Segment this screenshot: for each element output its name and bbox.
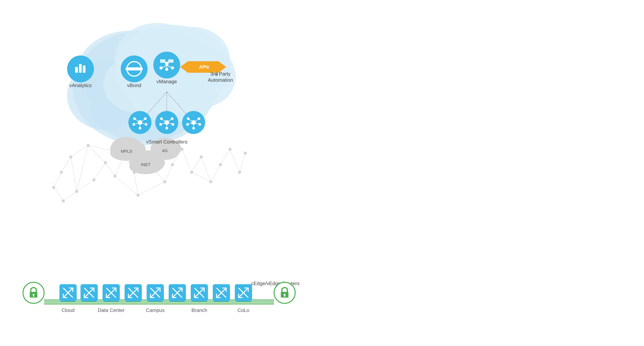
svg-line-58 xyxy=(220,149,230,165)
svg-line-54 xyxy=(182,149,192,172)
svg-line-51 xyxy=(165,165,172,182)
colo-label: CoLo xyxy=(238,307,249,313)
svg-line-46 xyxy=(115,176,138,195)
svg-line-63 xyxy=(54,187,63,201)
svg-rect-159 xyxy=(284,295,285,297)
svg-text:Automation: Automation xyxy=(208,77,233,83)
svg-text:vSmart Controllers: vSmart Controllers xyxy=(146,139,187,145)
svg-line-45 xyxy=(134,172,138,195)
svg-rect-89 xyxy=(83,65,86,73)
svg-line-40 xyxy=(71,157,77,191)
datacenter-label: Data Center xyxy=(98,307,125,313)
svg-line-62 xyxy=(54,172,61,187)
router-4 xyxy=(124,284,142,301)
svg-rect-93 xyxy=(126,67,143,70)
main-diagram: MPLS INET 4G xyxy=(0,0,644,346)
svg-line-55 xyxy=(192,157,201,172)
cloud-label: Cloud xyxy=(62,307,74,313)
svg-text:APIs: APIs xyxy=(199,64,209,69)
architecture-diagram: MPLS INET 4G xyxy=(0,0,644,346)
svg-line-61 xyxy=(61,157,71,172)
svg-point-98 xyxy=(165,68,168,71)
router-2 xyxy=(80,284,98,301)
router-1 xyxy=(60,284,77,301)
svg-rect-104 xyxy=(168,59,174,63)
svg-rect-87 xyxy=(75,67,78,73)
svg-rect-88 xyxy=(79,64,82,73)
left-lock-icon xyxy=(23,282,44,303)
svg-line-66 xyxy=(138,182,165,195)
svg-text:MPLS: MPLS xyxy=(121,149,132,154)
svg-line-65 xyxy=(77,146,88,191)
svg-line-38 xyxy=(94,163,106,180)
svg-line-59 xyxy=(230,149,240,172)
right-lock-icon xyxy=(274,282,295,303)
svg-line-64 xyxy=(63,191,77,201)
svg-text:3rd Party: 3rd Party xyxy=(210,71,230,77)
vmanage-node: vManage xyxy=(153,52,180,84)
svg-text:vAnalytics: vAnalytics xyxy=(69,82,92,88)
svg-line-57 xyxy=(211,165,220,182)
router-9 xyxy=(235,284,252,301)
router-7 xyxy=(191,284,208,301)
svg-text:INET: INET xyxy=(141,162,150,167)
svg-line-60 xyxy=(240,153,245,172)
svg-rect-103 xyxy=(160,59,166,63)
branch-label: Branch xyxy=(192,307,207,313)
svg-line-41 xyxy=(106,163,115,176)
svg-text:rd: rd xyxy=(215,73,218,76)
svg-line-56 xyxy=(201,157,211,182)
vanalytics-node: vAnalytics xyxy=(67,55,94,88)
svg-line-67 xyxy=(192,172,211,182)
svg-line-37 xyxy=(88,146,106,163)
router-6 xyxy=(169,284,186,301)
router-8 xyxy=(213,284,230,301)
svg-text:vBond: vBond xyxy=(127,82,141,88)
router-5 xyxy=(146,284,164,301)
router-3 xyxy=(102,284,120,301)
svg-rect-155 xyxy=(33,295,34,297)
svg-text:vManage: vManage xyxy=(156,79,177,84)
svg-text:4G: 4G xyxy=(162,148,168,153)
campus-label: Campus xyxy=(146,307,165,313)
